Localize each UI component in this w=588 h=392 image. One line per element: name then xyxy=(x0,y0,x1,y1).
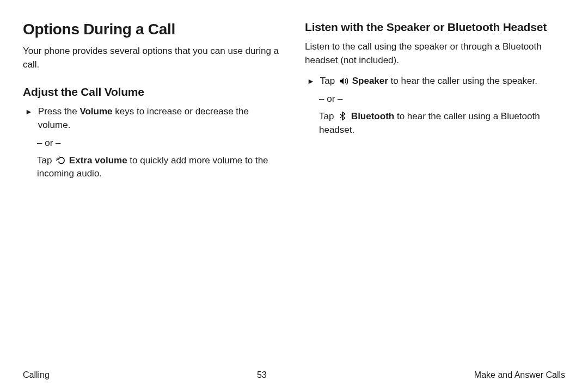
svg-point-1 xyxy=(57,158,58,160)
text-fragment: Press the xyxy=(38,106,80,117)
left-column: Options During a Call Your phone provide… xyxy=(23,21,283,186)
or-separator: – or – xyxy=(319,94,565,105)
text-fragment: Tap xyxy=(319,111,336,121)
text-fragment: to hear the caller using the speaker. xyxy=(388,76,537,86)
right-column: Listen with the Speaker or Bluetooth Hea… xyxy=(305,21,565,186)
triangle-bullet-icon: ► xyxy=(307,77,315,85)
footer-left: Calling xyxy=(23,370,50,380)
page-number: 53 xyxy=(257,370,267,380)
footer-right: Make and Answer Calls xyxy=(474,370,565,380)
bold-text: Speaker xyxy=(350,76,388,86)
step-text: Press the Volume keys to increase or dec… xyxy=(38,105,283,132)
bold-text: Bluetooth xyxy=(348,111,394,121)
section-heading-volume: Adjust the Call Volume xyxy=(23,85,283,99)
bold-text: Volume xyxy=(79,106,112,117)
text-fragment: Tap xyxy=(320,76,338,86)
page-content: Options During a Call Your phone provide… xyxy=(0,0,588,186)
extra-volume-icon xyxy=(56,155,65,165)
page-title: Options During a Call xyxy=(23,21,283,38)
section-heading-speaker: Listen with the Speaker or Bluetooth Hea… xyxy=(305,21,565,34)
step-text-continuation: Tap Extra volume to quickly add more vol… xyxy=(37,154,283,181)
speaker-icon xyxy=(339,76,348,86)
bluetooth-icon xyxy=(338,111,347,121)
or-separator: – or – xyxy=(37,138,283,149)
step-item: ► Press the Volume keys to increase or d… xyxy=(23,105,283,132)
bold-text: Extra volume xyxy=(66,155,127,166)
intro-text: Listen to the call using the speaker or … xyxy=(305,40,565,67)
text-fragment: Tap xyxy=(37,155,54,166)
step-item: ► Tap Speaker to hear the caller using t… xyxy=(305,75,565,88)
step-text-continuation: Tap Bluetooth to hear the caller using a… xyxy=(319,110,565,137)
intro-text: Your phone provides several options that… xyxy=(23,45,283,71)
page-footer: Calling 53 Make and Answer Calls xyxy=(23,370,565,380)
triangle-bullet-icon: ► xyxy=(25,107,33,116)
svg-point-2 xyxy=(59,156,60,157)
step-text: Tap Speaker to hear the caller using the… xyxy=(320,75,537,88)
svg-point-0 xyxy=(58,157,59,158)
